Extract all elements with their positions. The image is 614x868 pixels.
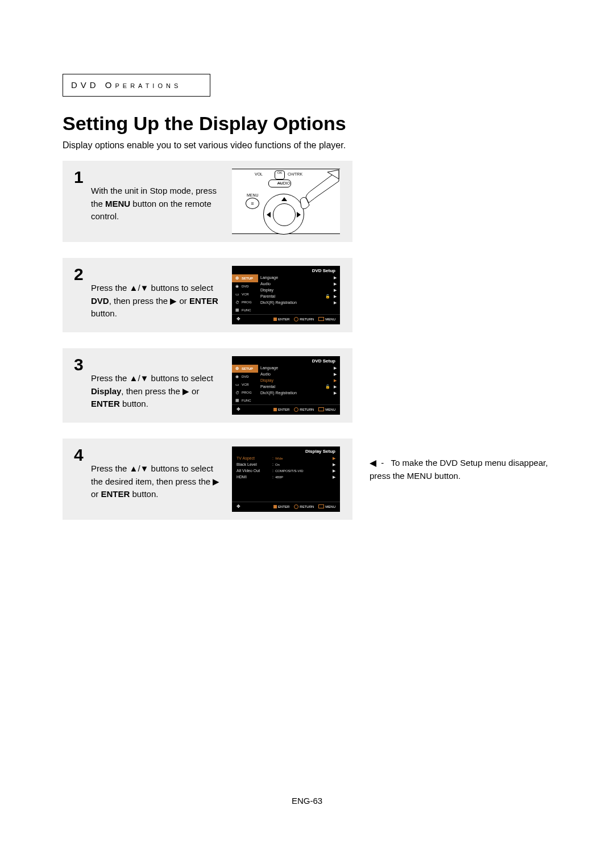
osd-tab-func: ▦FUNC xyxy=(232,306,258,314)
osd-tab-func: ▦FUNC xyxy=(232,397,258,404)
arrow-left-icon xyxy=(370,460,376,467)
remote-ok-button: OK xyxy=(275,170,285,180)
step-number: 2 xyxy=(74,266,84,283)
remote-chtrk-label: CH/TRK xyxy=(288,172,302,176)
osd-row-black-level: Black Level:On▶ xyxy=(237,461,335,468)
osd-tab-vcr: ▭VCR xyxy=(232,381,258,389)
step-1: 1 With the unit in Stop mode, press the … xyxy=(63,161,352,242)
osd-tab-vcr: ▭VCR xyxy=(232,290,258,298)
step-number: 1 xyxy=(74,169,84,186)
remote-menu-label: MENU xyxy=(247,193,259,197)
remote-audio-label: AUDIO xyxy=(277,181,290,185)
step-2-text: Press the ▲/▼ buttons to select DVD, the… xyxy=(91,266,222,320)
osd-row-parental: Parental🔓▶ xyxy=(260,383,337,390)
page-number: ENG-63 xyxy=(0,796,614,806)
step-number: 3 xyxy=(74,356,84,373)
osd-display-setup: Display Setup TV Aspect:Wide▶ Black Leve… xyxy=(232,446,340,512)
osd-row-divx: DivX(R) Registration▶ xyxy=(260,390,337,396)
section-label: DVD Operations xyxy=(71,80,181,90)
osd-tab-dvd: ◉DVD xyxy=(232,373,258,381)
osd-title: DVD Setup xyxy=(232,266,340,274)
step-2: 2 Press the ▲/▼ buttons to select DVD, t… xyxy=(63,258,352,332)
lock-icon: 🔓 xyxy=(325,385,330,389)
osd-row-parental: Parental🔓▶ xyxy=(260,293,337,299)
osd-row-language: Language▶ xyxy=(260,274,337,281)
osd-tab-setup: ⚙SETUP xyxy=(232,274,258,282)
osd-title: DVD Setup xyxy=(232,356,340,365)
osd-title: Display Setup xyxy=(232,446,340,455)
osd-row-hdmi: HDMI:480P▶ xyxy=(237,474,335,480)
move-icon: ✥ xyxy=(237,316,240,322)
osd-row-audio: Audio▶ xyxy=(260,281,337,287)
remote-illustration: VOL OK CH/TRK — AUDIO MENU ≡ xyxy=(229,169,343,234)
step-4-text: Press the ▲/▼ buttons to select the desi… xyxy=(91,446,222,501)
osd-tab-prog: ⏱PROG xyxy=(232,389,258,397)
move-icon: ✥ xyxy=(237,504,240,509)
remote-menu-button: ≡ xyxy=(246,198,259,209)
manual-page: DVD Operations Setting Up the Display Op… xyxy=(0,0,614,868)
osd-row-language: Language▶ xyxy=(260,365,337,371)
step-3-text: Press the ▲/▼ buttons to select Display,… xyxy=(91,356,222,411)
move-icon: ✥ xyxy=(237,407,240,412)
osd-row-display-highlighted: Display▶ xyxy=(260,377,337,383)
osd-footer: ✥ ENTER RETURN MENU xyxy=(232,502,340,512)
osd-tab-prog: ⏱PROG xyxy=(232,298,258,306)
osd-tab-setup: ⚙SETUP xyxy=(232,365,258,373)
osd-footer: ✥ ENTER RETURN MENU xyxy=(232,404,340,415)
osd-row-tv-aspect: TV Aspect:Wide▶ xyxy=(237,455,335,461)
section-label-box: DVD Operations xyxy=(63,74,210,97)
step-1-text: With the unit in Stop mode, press the ME… xyxy=(91,169,222,223)
osd-row-alt-video-out: Alt Video Out:COMPOSIT/S-VID▶ xyxy=(237,468,335,474)
osd-row-audio: Audio▶ xyxy=(260,371,337,377)
remote-vol-label: VOL xyxy=(255,172,263,176)
osd-row-display: Display▶ xyxy=(260,287,337,293)
osd-dvd-setup: DVD Setup ⚙SETUP ◉DVD ▭VCR ⏱PROG ▦FUNC L… xyxy=(232,266,340,324)
side-note: - To make the DVD Setup menu disappear, … xyxy=(370,457,551,482)
osd-dvd-setup-display-hl: DVD Setup ⚙SETUP ◉DVD ▭VCR ⏱PROG ▦FUNC L… xyxy=(232,356,340,415)
step-3: 3 Press the ▲/▼ buttons to select Displa… xyxy=(63,348,352,423)
intro-text: Display options enable you to set variou… xyxy=(63,140,557,151)
step-number: 4 xyxy=(74,446,84,464)
lock-icon: 🔓 xyxy=(325,294,330,299)
osd-tab-dvd: ◉DVD xyxy=(232,282,258,290)
remote-nav-wheel xyxy=(263,194,304,235)
page-title: Setting Up the Display Options xyxy=(63,112,557,135)
osd-row-divx: DivX(R) Registration▶ xyxy=(260,299,337,306)
step-4: 4 Press the ▲/▼ buttons to select the de… xyxy=(63,439,352,520)
note-text: To make the DVD Setup menu disappear, pr… xyxy=(370,458,548,481)
osd-footer: ✥ ENTER RETURN MENU xyxy=(232,314,340,324)
